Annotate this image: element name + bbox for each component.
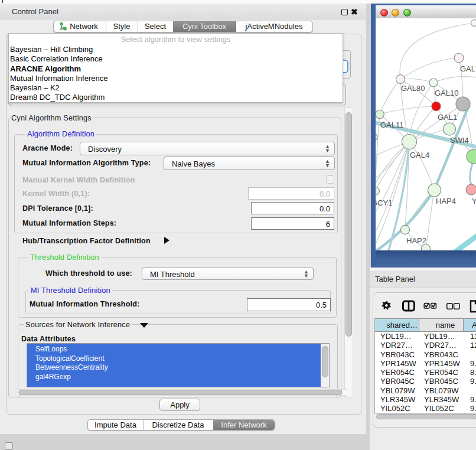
svg-text:HAP2: HAP2 <box>406 236 426 245</box>
svg-text:GAL7: GAL7 <box>460 64 476 73</box>
svg-text:GAL80: GAL80 <box>401 84 425 93</box>
svg-text:SWI4: SWI4 <box>450 136 469 145</box>
svg-text:Y: Y <box>472 197 476 206</box>
svg-text:GAL1: GAL1 <box>438 113 457 122</box>
svg-text:HAP4: HAP4 <box>436 197 456 206</box>
svg-text:GCY1: GCY1 <box>376 198 392 207</box>
svg-text:GAL11: GAL11 <box>380 120 404 129</box>
svg-text:GAL4: GAL4 <box>410 151 429 159</box>
svg-text:GAL10: GAL10 <box>435 89 458 97</box>
